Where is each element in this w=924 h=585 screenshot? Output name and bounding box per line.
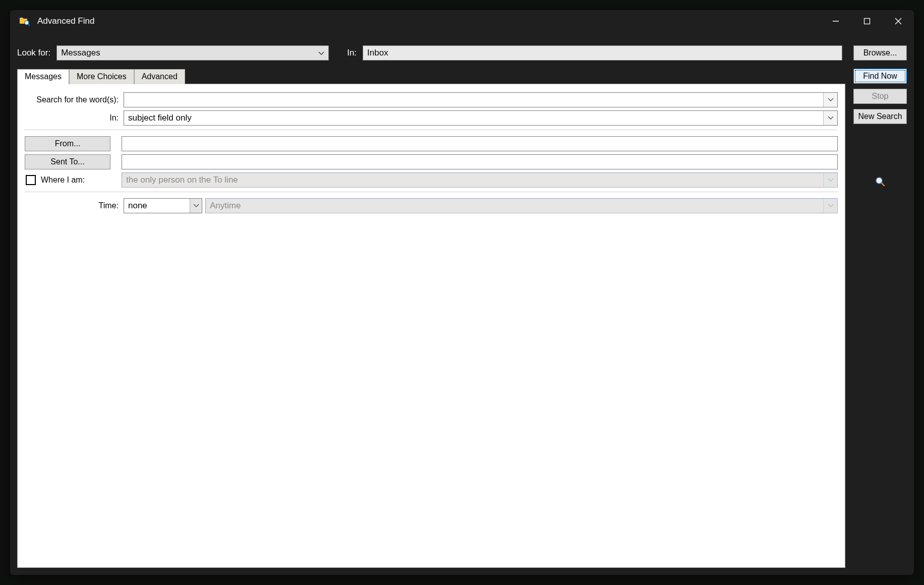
close-button[interactable] — [883, 10, 914, 32]
sent-to-button[interactable]: Sent To... — [25, 154, 110, 169]
body: Messages More Choices Advanced Search fo… — [10, 69, 914, 575]
sent-to-input[interactable] — [122, 154, 838, 169]
divider — [25, 192, 838, 192]
look-for-select[interactable]: Messages — [56, 45, 329, 61]
where-i-am-label: Where I am: — [41, 176, 85, 185]
where-i-am-value: the only person on the To line — [126, 175, 238, 185]
time-range-select: Anytime — [205, 198, 838, 213]
new-search-button[interactable]: New Search — [853, 109, 907, 124]
time-range-value: Anytime — [210, 201, 241, 211]
advanced-find-window: Advanced Find Look for: Messages In: Inb… — [10, 10, 914, 575]
time-label: Time: — [25, 201, 121, 210]
look-for-label: Look for: — [17, 48, 50, 58]
stop-button: Stop — [853, 89, 907, 104]
messages-panel: Search for the word(s): In: subject fiel… — [17, 84, 845, 568]
tab-strip: Messages More Choices Advanced — [17, 69, 845, 84]
main-column: Messages More Choices Advanced Search fo… — [17, 69, 845, 568]
folder-search-icon — [19, 16, 30, 27]
search-in-label: In: — [25, 113, 121, 123]
from-button[interactable]: From... — [25, 136, 110, 151]
svg-line-3 — [28, 24, 30, 26]
look-for-value: Messages — [61, 48, 100, 58]
window-controls — [820, 10, 914, 32]
chevron-down-icon[interactable] — [823, 111, 837, 125]
browse-button[interactable]: Browse... — [853, 45, 907, 61]
chevron-down-icon[interactable] — [190, 199, 202, 213]
svg-rect-1 — [20, 18, 23, 20]
svg-point-2 — [25, 21, 29, 25]
window-title: Advanced Find — [37, 16, 820, 26]
tab-more-choices[interactable]: More Choices — [69, 69, 134, 84]
magnifier-icon — [875, 177, 885, 189]
tab-messages[interactable]: Messages — [17, 69, 69, 84]
from-input[interactable] — [122, 136, 838, 151]
maximize-button[interactable] — [851, 10, 883, 32]
side-buttons: Find Now Stop New Search — [853, 69, 907, 568]
search-words-input[interactable] — [124, 92, 838, 107]
chevron-down-icon[interactable] — [823, 93, 837, 107]
in-folder-field[interactable]: Inbox — [363, 45, 842, 61]
time-type-value: none — [128, 201, 147, 211]
tab-advanced[interactable]: Advanced — [134, 69, 185, 84]
search-words-label: Search for the word(s): — [25, 95, 121, 104]
search-in-value: subject field only — [128, 113, 192, 123]
find-now-button[interactable]: Find Now — [853, 69, 907, 84]
in-folder-label: In: — [347, 48, 357, 58]
chevron-down-icon — [318, 48, 324, 58]
chevron-down-icon — [823, 173, 837, 187]
in-folder-value: Inbox — [367, 48, 388, 58]
titlebar: Advanced Find — [10, 10, 914, 32]
svg-line-9 — [882, 183, 884, 186]
time-type-select[interactable]: none — [124, 198, 202, 213]
where-i-am-checkbox[interactable] — [26, 175, 36, 185]
minimize-button[interactable] — [820, 10, 851, 32]
svg-rect-5 — [864, 19, 870, 24]
where-i-am-select: the only person on the To line — [122, 172, 838, 188]
topbar: Look for: Messages In: Inbox Browse... — [10, 32, 914, 69]
search-in-select[interactable]: subject field only — [124, 110, 838, 126]
divider — [25, 130, 838, 130]
chevron-down-icon — [823, 199, 837, 213]
